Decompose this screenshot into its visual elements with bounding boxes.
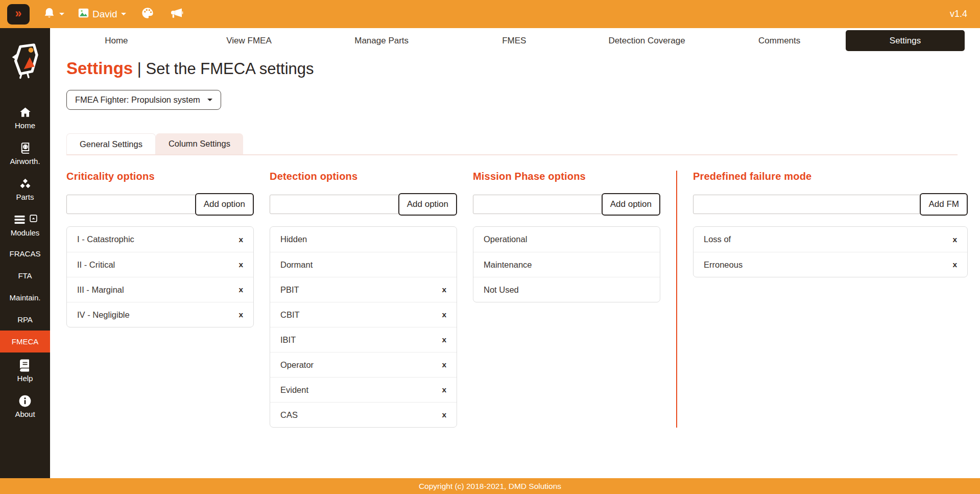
remove-option-button[interactable]: x: [442, 385, 446, 394]
sidebar-item-label: Parts: [16, 193, 34, 201]
palette-icon: [141, 7, 154, 21]
remove-option-button[interactable]: x: [442, 360, 446, 369]
remove-option-button[interactable]: x: [952, 235, 957, 244]
nav-item-detection-coverage[interactable]: Detection Coverage: [581, 36, 713, 46]
module-nav: HomeView FMEAManage PartsFMESDetection C…: [50, 30, 980, 51]
option-label: Operational: [484, 234, 527, 244]
option-row: CBITx: [270, 302, 457, 327]
tab-general-settings[interactable]: General Settings: [66, 133, 156, 154]
sidebar-item-fta[interactable]: FTA: [0, 265, 50, 287]
page-title-accent: Settings: [66, 59, 133, 78]
column-title: Criticality options: [66, 171, 254, 182]
user-name: David: [92, 9, 117, 20]
remove-option-button[interactable]: x: [442, 285, 446, 294]
remove-option-button[interactable]: x: [238, 285, 243, 294]
chevron-down-icon: [59, 13, 64, 18]
option-row: PBITx: [270, 277, 457, 302]
add-option-button[interactable]: Add FM: [920, 193, 968, 216]
main-area: HomeView FMEAManage PartsFMESDetection C…: [50, 28, 980, 478]
nav-item-settings[interactable]: Settings: [846, 30, 965, 51]
sidebar-item-label: About: [15, 410, 35, 418]
airworthiness-book-icon: [19, 142, 32, 155]
page-title: Settings | Set the FMECA settings: [66, 59, 980, 78]
user-dropdown[interactable]: David: [78, 8, 126, 20]
help-book-icon: [19, 359, 31, 372]
add-option-row: Add option: [66, 193, 254, 216]
topbar: » David v1.4: [0, 0, 980, 28]
bars-icon: [13, 214, 27, 226]
sidebar-item-parts[interactable]: Parts: [0, 171, 50, 207]
option-label: CBIT: [280, 310, 300, 320]
option-row: CASx: [270, 402, 457, 427]
home-icon: [18, 106, 32, 119]
double-chevron-right-icon: »: [15, 8, 22, 19]
option-row: Loss ofx: [694, 227, 967, 252]
announcements-button[interactable]: [170, 7, 183, 21]
app-version: v1.4: [950, 9, 967, 19]
option-label: Dormant: [280, 260, 313, 270]
sidebar-item-fracas[interactable]: FRACAS: [0, 243, 50, 265]
fmea-selector-value: FMEA Fighter: Propulsion system: [75, 95, 200, 105]
sidebar-item-home[interactable]: Home: [0, 100, 50, 135]
nav-item-comments[interactable]: Comments: [713, 36, 846, 46]
option-label: IV - Negligible: [77, 310, 130, 320]
sidebar-item-label: Airworth.: [10, 157, 40, 166]
add-option-row: Add option: [270, 193, 457, 216]
sidebar-item-label: Maintain.: [10, 293, 41, 302]
sidebar-item-label: FMECA: [12, 337, 39, 346]
add-option-button[interactable]: Add option: [195, 193, 254, 216]
options-list: I - CatastrophicxII - CriticalxIII - Mar…: [66, 226, 254, 327]
option-row: Erroneousx: [694, 252, 967, 277]
sidebar-item-help[interactable]: Help: [0, 352, 50, 388]
theme-button[interactable]: [141, 7, 154, 21]
nav-item-view-fmea[interactable]: View FMEA: [183, 36, 316, 46]
footer: Copyright (c) 2018-2021, DMD Solutions: [0, 478, 980, 494]
options-list: Loss ofxErroneousx: [693, 226, 968, 277]
cubes-icon: [18, 177, 32, 191]
option-label: I - Catastrophic: [77, 234, 134, 244]
option-label: Evident: [280, 385, 308, 395]
sidebar-item-airworth[interactable]: Airworth.: [0, 135, 50, 171]
sidebar-toggle-button[interactable]: »: [7, 4, 30, 25]
nav-item-manage-parts[interactable]: Manage Parts: [315, 36, 448, 46]
sidebar-item-label: Modules: [11, 228, 40, 237]
option-row: Hidden: [270, 227, 457, 252]
remove-option-button[interactable]: x: [238, 260, 243, 269]
tab-column-settings[interactable]: Column Settings: [156, 133, 243, 154]
option-row: Not Used: [473, 277, 660, 302]
fmea-selector-dropdown[interactable]: FMEA Fighter: Propulsion system: [66, 90, 221, 110]
options-list: HiddenDormantPBITxCBITxIBITxOperatorxEvi…: [270, 226, 457, 428]
option-label: Erroneous: [704, 260, 743, 270]
chevron-down-icon: [207, 99, 212, 104]
add-option-button[interactable]: Add option: [602, 193, 660, 216]
sidebar-item-fmeca[interactable]: FMECA: [0, 331, 50, 352]
app-logo: [0, 40, 50, 81]
remove-option-button[interactable]: x: [952, 260, 957, 269]
copyright-text: Copyright (c) 2018-2021, DMD Solutions: [419, 482, 561, 491]
sidebar-item-maintain[interactable]: Maintain.: [0, 287, 50, 309]
nav-item-home[interactable]: Home: [50, 36, 183, 46]
column-title: Predefined failure mode: [693, 171, 968, 182]
notifications-dropdown[interactable]: [43, 7, 64, 22]
option-label: Not Used: [484, 285, 519, 295]
option-label: III - Marginal: [77, 285, 124, 295]
nav-item-fmes[interactable]: FMES: [448, 36, 581, 46]
remove-option-button[interactable]: x: [442, 310, 446, 319]
sidebar-item-rpa[interactable]: RPA: [0, 309, 50, 331]
sidebar-item-modules[interactable]: Modules: [0, 207, 50, 243]
remove-option-button[interactable]: x: [238, 235, 243, 244]
sidebar-item-label: RPA: [17, 315, 33, 324]
option-columns: Criticality optionsAdd optionI - Catastr…: [66, 171, 980, 428]
sidebar-item-label: Help: [17, 374, 33, 383]
option-row: Operatorx: [270, 352, 457, 377]
add-option-button[interactable]: Add option: [398, 193, 457, 216]
remove-option-button[interactable]: x: [238, 310, 243, 319]
option-label: II - Critical: [77, 260, 115, 270]
remove-option-button[interactable]: x: [442, 410, 446, 419]
remove-option-button[interactable]: x: [442, 335, 446, 344]
option-label: CAS: [280, 410, 298, 420]
sidebar-item-about[interactable]: About: [0, 388, 50, 424]
sidebar: HomeAirworth.PartsModulesFRACASFTAMainta…: [0, 28, 50, 478]
option-label: Loss of: [704, 234, 731, 244]
option-label: PBIT: [280, 285, 299, 295]
